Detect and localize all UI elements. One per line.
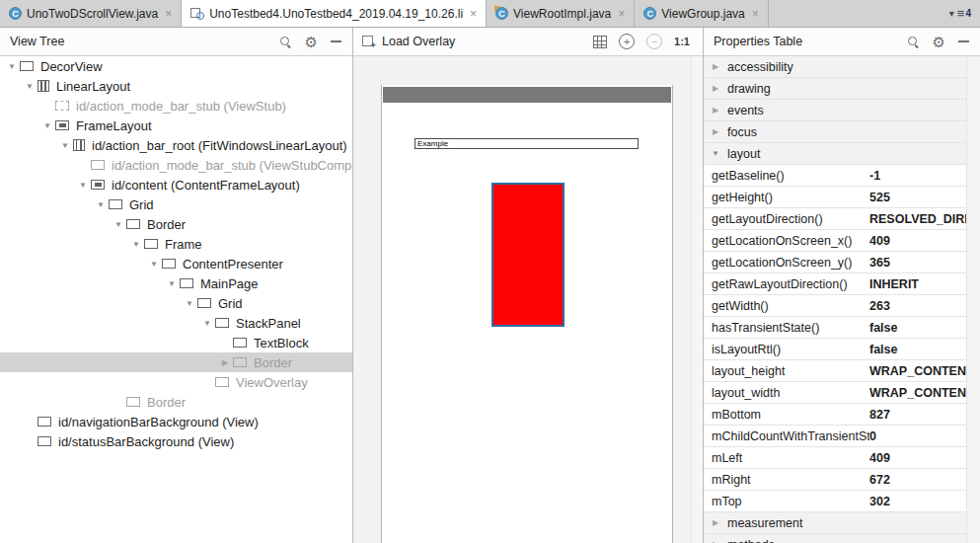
example-textbox[interactable]: Example [415, 138, 639, 149]
search-icon[interactable] [907, 36, 920, 48]
property-row[interactable]: mBottom827 [704, 404, 980, 426]
tree-label: LinearLayout [56, 79, 130, 94]
tree-row[interactable]: ContentPresenter [0, 254, 352, 273]
linearlayout-icon [73, 139, 85, 151]
expand-arrow-icon[interactable] [4, 62, 20, 71]
expand-arrow-icon[interactable] [709, 518, 722, 527]
load-overlay-icon[interactable] [362, 36, 376, 48]
property-label: getLayoutDirection() [712, 212, 869, 226]
tree-row[interactable]: Border [0, 214, 352, 234]
grid-icon[interactable] [593, 36, 607, 48]
expand-arrow-icon[interactable] [128, 240, 144, 249]
expand-arrow-icon[interactable] [164, 279, 180, 288]
close-icon[interactable]: × [470, 7, 477, 21]
tree-label: DecorView [40, 59, 103, 74]
property-section[interactable]: methods [704, 534, 980, 543]
minimize-icon[interactable] [958, 40, 969, 42]
properties-scrollbar[interactable] [966, 56, 980, 543]
zoom-out-icon: − [646, 34, 662, 49]
hidden-tabs-list-icon[interactable]: ≡ [957, 6, 965, 21]
tree-row[interactable]: id/content (ContentFrameLayout) [0, 175, 352, 194]
property-value: -1 [869, 169, 880, 183]
property-row[interactable]: getRawLayoutDirection()INHERIT [704, 273, 980, 295]
tree-row[interactable]: Border [0, 392, 352, 412]
tree-row[interactable]: Grid [0, 194, 352, 214]
property-row[interactable]: getLayoutDirection()RESOLVED_DIRECT [704, 208, 980, 230]
tree-row[interactable]: LinearLayout [0, 76, 352, 96]
property-label: mTop [712, 495, 869, 508]
property-section[interactable]: drawing [704, 78, 980, 100]
tree-row[interactable]: id/action_mode_bar_stub (ViewStub) [0, 96, 352, 116]
tree-row[interactable]: MainPage [0, 273, 352, 293]
tree-row[interactable]: ViewOverlay [0, 372, 352, 392]
property-section[interactable]: focus [704, 121, 980, 143]
expand-arrow-icon[interactable] [217, 358, 233, 367]
tree-row[interactable]: Frame [0, 234, 352, 254]
property-row[interactable]: getWidth()263 [704, 295, 980, 317]
view-icon [215, 318, 229, 328]
property-section[interactable]: layout [704, 143, 980, 165]
chevron-down-icon[interactable]: ▾ [949, 8, 954, 19]
tree-label: Frame [165, 237, 202, 252]
tree-label: id/statusBarBackground (View) [58, 434, 234, 449]
tree-row-selected[interactable]: Border [0, 352, 352, 372]
expand-arrow-icon[interactable] [93, 200, 109, 209]
tree-label: Border [147, 217, 186, 232]
expand-arrow-icon[interactable] [39, 121, 55, 130]
expand-arrow-icon[interactable] [709, 149, 722, 158]
tab-unotestbed4-li[interactable]: UnoTestbed4.UnoTestbed4_2019.04.19_10.26… [182, 0, 487, 27]
expand-arrow-icon[interactable] [182, 299, 197, 308]
tree-row[interactable]: id/statusBarBackground (View) [0, 431, 352, 451]
tab-overflow-controls: ▾ ≡ 4 [949, 0, 980, 27]
property-section[interactable]: events [704, 100, 980, 121]
expand-arrow-icon[interactable] [75, 181, 91, 190]
property-row[interactable]: mTop302 [704, 491, 980, 512]
property-row[interactable]: layout_heightWRAP_CONTENT [704, 360, 980, 382]
expand-arrow-icon[interactable] [709, 84, 722, 93]
tab-viewrootimpl[interactable]: C ViewRootImpl.java × [487, 0, 635, 27]
property-row[interactable]: mRight672 [704, 469, 980, 491]
expand-arrow-icon[interactable] [709, 62, 722, 71]
property-row[interactable]: getLocationOnScreen_x()409 [704, 230, 980, 252]
device-screen[interactable]: Example [381, 85, 673, 543]
property-row[interactable]: mLeft409 [704, 447, 980, 469]
gear-icon[interactable] [933, 36, 945, 48]
tree-label: ViewOverlay [236, 375, 308, 390]
tree-row[interactable]: FrameLayout [0, 116, 352, 135]
property-row[interactable]: hasTransientState()false [704, 317, 980, 339]
search-icon[interactable] [279, 36, 292, 48]
selected-border-rect[interactable] [491, 183, 565, 327]
property-row[interactable]: getBaseline()-1 [704, 165, 980, 187]
property-row[interactable]: layout_widthWRAP_CONTENT [704, 382, 980, 404]
expand-arrow-icon[interactable] [111, 220, 126, 229]
property-row[interactable]: isLayoutRtl()false [704, 339, 980, 360]
expand-arrow-icon[interactable] [22, 82, 38, 91]
property-row[interactable]: mChildCountWithTransientSta0 [704, 426, 980, 447]
tree-row[interactable]: id/action_mode_bar_stub (ViewStubCompat) [0, 155, 352, 175]
expand-arrow-icon[interactable] [199, 319, 215, 328]
close-icon[interactable]: × [752, 7, 759, 21]
tree-row[interactable]: StackPanel [0, 313, 352, 333]
expand-arrow-icon[interactable] [709, 106, 722, 115]
property-label: getBaseline() [712, 169, 869, 183]
tree-row[interactable]: TextBlock [0, 333, 352, 352]
tree-row[interactable]: id/action_bar_root (FitWindowsLinearLayo… [0, 135, 352, 155]
tree-row[interactable]: Grid [0, 293, 352, 313]
tab-unotwodscrollview[interactable]: C UnoTwoDScrollView.java × [0, 0, 182, 27]
tab-viewgroup[interactable]: C ViewGroup.java × [635, 0, 769, 27]
close-icon[interactable]: × [618, 7, 625, 21]
property-section[interactable]: measurement [704, 512, 980, 534]
property-row[interactable]: getLocationOnScreen_y()365 [704, 252, 980, 273]
expand-arrow-icon[interactable] [57, 141, 73, 150]
property-section[interactable]: accessibility [704, 56, 980, 78]
minimize-icon[interactable] [331, 40, 341, 42]
expand-arrow-icon[interactable] [709, 127, 722, 136]
close-icon[interactable]: × [165, 7, 172, 21]
zoom-in-icon[interactable]: + [619, 34, 635, 49]
tree-row[interactable]: id/navigationBarBackground (View) [0, 412, 352, 431]
tree-row[interactable]: DecorView [0, 56, 352, 76]
tab-label: ViewGroup.java [661, 7, 745, 21]
property-row[interactable]: getHeight()525 [704, 187, 980, 208]
expand-arrow-icon[interactable] [146, 260, 162, 269]
gear-icon[interactable] [305, 36, 318, 48]
